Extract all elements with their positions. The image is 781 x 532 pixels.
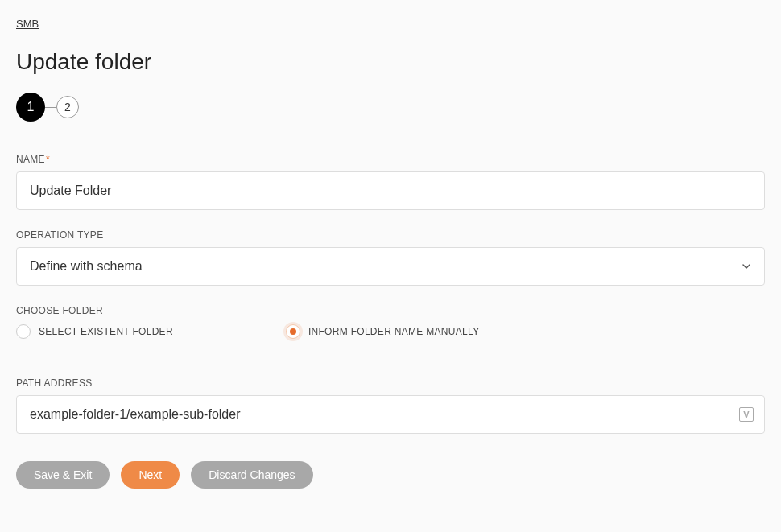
page-title: Update folder [16,49,765,75]
radio-inform-manually[interactable]: INFORM FOLDER NAME MANUALLY [286,324,480,339]
field-path-address: PATH ADDRESS V [16,377,765,434]
breadcrumb-smb[interactable]: SMB [16,18,39,30]
step-2[interactable]: 2 [56,96,79,118]
save-exit-button[interactable]: Save & Exit [16,461,110,489]
required-star-icon: * [46,154,50,165]
step-connector [45,107,56,108]
variable-insert-icon[interactable]: V [739,407,754,422]
field-choose-folder: CHOOSE FOLDER SELECT EXISTENT FOLDER INF… [16,305,765,339]
operation-type-value: Define with schema [30,259,143,274]
stepper: 1 2 [16,93,765,122]
step-1[interactable]: 1 [16,93,45,122]
field-operation-type: OPERATION TYPE Define with schema [16,229,765,286]
choose-folder-label: CHOOSE FOLDER [16,305,765,316]
radio-label-inform-manually: INFORM FOLDER NAME MANUALLY [308,326,480,337]
radio-label-select-existent: SELECT EXISTENT FOLDER [39,326,173,337]
name-label: NAME* [16,154,765,165]
discard-changes-button[interactable]: Discard Changes [191,461,312,489]
name-label-text: NAME [16,154,45,165]
path-address-label: PATH ADDRESS [16,377,765,389]
path-address-input[interactable] [16,395,765,434]
chevron-down-icon [742,262,751,271]
operation-type-select[interactable]: Define with schema [16,247,765,286]
radio-dot-icon [290,328,296,335]
button-row: Save & Exit Next Discard Changes [16,461,765,489]
radio-circle-icon [16,324,31,339]
radio-circle-selected-icon [286,324,300,339]
name-input[interactable] [16,171,765,210]
radio-select-existent-folder[interactable]: SELECT EXISTENT FOLDER [16,324,173,339]
operation-type-label: OPERATION TYPE [16,229,765,241]
field-name: NAME* [16,154,765,210]
next-button[interactable]: Next [121,461,180,489]
